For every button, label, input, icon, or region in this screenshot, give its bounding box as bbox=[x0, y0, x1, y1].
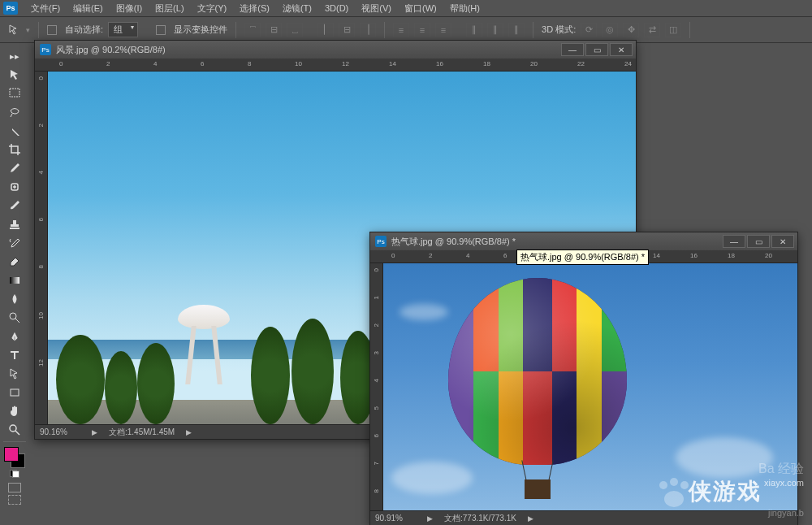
ruler-tick: 0 bbox=[391, 252, 395, 259]
ruler-tick: 2 bbox=[37, 124, 45, 127]
dist-left-icon[interactable]: ∥ bbox=[466, 23, 482, 37]
color-swatch[interactable] bbox=[4, 447, 25, 468]
hand-tool[interactable] bbox=[3, 402, 26, 420]
ruler-tick: 0 bbox=[59, 60, 63, 67]
ruler-tick: 6 bbox=[201, 60, 204, 67]
menu-type[interactable]: 文字(Y) bbox=[191, 1, 234, 16]
type-tool[interactable] bbox=[3, 346, 26, 364]
doc1-ruler-vertical[interactable]: 0 2 4 6 8 10 12 bbox=[35, 72, 48, 424]
menu-window[interactable]: 窗口(W) bbox=[398, 1, 443, 16]
doc2-ruler-vertical[interactable]: 0 1 2 3 4 5 6 7 8 bbox=[370, 263, 383, 510]
menu-layer[interactable]: 图层(L) bbox=[149, 1, 190, 16]
dodge-tool[interactable] bbox=[3, 309, 26, 327]
quickmask-icon[interactable] bbox=[8, 483, 21, 492]
ruler-tick: 7 bbox=[373, 462, 380, 465]
show-transform-label: 显示变换控件 bbox=[174, 24, 227, 36]
ruler-tick: 18 bbox=[728, 252, 735, 259]
wand-tool[interactable] bbox=[3, 122, 26, 140]
brush-tool[interactable] bbox=[3, 197, 26, 215]
menu-select[interactable]: 选择(S) bbox=[233, 1, 276, 16]
menu-filter[interactable]: 滤镜(T) bbox=[276, 1, 318, 16]
menu-3d[interactable]: 3D(D) bbox=[318, 2, 355, 15]
history-brush-tool[interactable] bbox=[3, 234, 26, 252]
collapse-handle[interactable]: ▸▸ bbox=[3, 47, 26, 65]
ruler-tick: 12 bbox=[342, 60, 349, 67]
align-left-icon[interactable]: ⎢ bbox=[317, 23, 334, 37]
ruler-tick: 6 bbox=[373, 434, 380, 437]
screenmode-icon[interactable] bbox=[8, 495, 21, 505]
stamp-tool[interactable] bbox=[3, 215, 26, 233]
ps-logo: Ps bbox=[3, 2, 18, 15]
ruler-tick: 3 bbox=[373, 351, 380, 354]
ruler-tick: 4 bbox=[373, 379, 380, 382]
align-hmid-icon[interactable]: ⊟ bbox=[339, 23, 355, 37]
move-tool[interactable] bbox=[3, 66, 26, 84]
menu-help[interactable]: 帮助(H) bbox=[443, 1, 486, 16]
play-icon[interactable]: ▶ bbox=[186, 428, 192, 436]
svg-point-3 bbox=[10, 313, 16, 319]
pen-tool[interactable] bbox=[3, 328, 26, 345]
align-vmid-icon[interactable]: ⊟ bbox=[266, 23, 282, 37]
eraser-tool[interactable] bbox=[3, 253, 26, 271]
play-icon[interactable]: ▶ bbox=[528, 514, 533, 523]
foreground-color[interactable] bbox=[4, 447, 19, 462]
auto-select-checkbox[interactable] bbox=[47, 25, 57, 35]
blur-tool[interactable] bbox=[3, 290, 26, 308]
dist-right-icon[interactable]: ∥ bbox=[508, 23, 525, 37]
close-button[interactable]: ✕ bbox=[610, 43, 633, 56]
default-colors-icon[interactable] bbox=[10, 470, 19, 478]
play-icon[interactable]: ▶ bbox=[92, 428, 97, 436]
3d-pan-icon[interactable]: ✥ bbox=[623, 23, 639, 37]
zoom-tool[interactable] bbox=[3, 421, 26, 439]
shape-tool[interactable] bbox=[3, 384, 26, 401]
dist-hmid-icon[interactable]: ∥ bbox=[487, 23, 503, 37]
heal-tool[interactable] bbox=[3, 178, 26, 196]
dist-bottom-icon[interactable]: ≡ bbox=[435, 23, 451, 37]
baidu-paw-icon bbox=[658, 478, 690, 507]
doc2-zoom[interactable]: 90.91% bbox=[375, 514, 416, 523]
align-top-icon[interactable]: ⎴ bbox=[244, 23, 261, 37]
ruler-tick: 16 bbox=[436, 60, 443, 67]
path-select-tool[interactable] bbox=[3, 365, 26, 383]
3d-orbit-icon[interactable]: ⟳ bbox=[581, 23, 597, 37]
ruler-tick: 8 bbox=[37, 265, 45, 268]
minimize-button[interactable]: — bbox=[561, 43, 584, 56]
align-right-icon[interactable]: ⎥ bbox=[360, 23, 376, 37]
doc2-docsize[interactable]: 文档:773.1K/773.1K bbox=[444, 513, 516, 524]
divider bbox=[235, 22, 236, 38]
lasso-tool[interactable] bbox=[3, 103, 26, 121]
close-button[interactable]: ✕ bbox=[771, 235, 794, 248]
gradient-tool[interactable] bbox=[3, 271, 26, 289]
ruler-tick: 4 bbox=[466, 252, 469, 259]
ruler-tick: 1 bbox=[373, 296, 380, 299]
play-icon[interactable]: ▶ bbox=[427, 514, 433, 523]
3d-scale-icon[interactable]: ◫ bbox=[665, 23, 681, 37]
ruler-tick: 8 bbox=[373, 489, 380, 492]
doc2-titlebar[interactable]: Ps 热气球.jpg @ 90.9%(RGB/8#) * — ▭ ✕ bbox=[370, 232, 797, 250]
crop-tool[interactable] bbox=[3, 141, 26, 158]
menu-image[interactable]: 图像(I) bbox=[110, 1, 149, 16]
ruler-tick: 6 bbox=[37, 218, 45, 221]
auto-select-label: 自动选择: bbox=[65, 24, 103, 36]
doc1-docsize[interactable]: 文档:1.45M/1.45M bbox=[109, 427, 175, 438]
menu-edit[interactable]: 编辑(E) bbox=[67, 1, 110, 16]
minimize-button[interactable]: — bbox=[723, 235, 745, 248]
3d-roll-icon[interactable]: ◎ bbox=[602, 23, 618, 37]
maximize-button[interactable]: ▭ bbox=[747, 235, 770, 248]
3d-slide-icon[interactable]: ⇄ bbox=[644, 23, 660, 37]
dist-top-icon[interactable]: ≡ bbox=[393, 23, 409, 37]
doc1-zoom[interactable]: 90.16% bbox=[40, 427, 80, 436]
doc1-ruler-horizontal[interactable]: 0 2 4 6 8 10 12 14 16 18 20 22 24 bbox=[35, 59, 636, 72]
marquee-tool[interactable] bbox=[3, 85, 26, 102]
auto-select-dropdown[interactable]: 组 bbox=[108, 22, 138, 37]
eyedropper-tool[interactable] bbox=[3, 159, 26, 177]
show-transform-checkbox[interactable] bbox=[156, 25, 166, 35]
svg-point-5 bbox=[10, 425, 16, 432]
maximize-button[interactable]: ▭ bbox=[585, 43, 608, 56]
doc1-titlebar[interactable]: Ps 风景.jpg @ 90.2%(RGB/8#) — ▭ ✕ bbox=[35, 41, 636, 59]
align-bottom-icon[interactable]: ⎵ bbox=[287, 23, 303, 37]
menu-view[interactable]: 视图(V) bbox=[355, 1, 398, 16]
menu-file[interactable]: 文件(F) bbox=[24, 1, 67, 16]
dist-vmid-icon[interactable]: ≡ bbox=[414, 23, 430, 37]
ruler-tick: 0 bbox=[37, 76, 45, 80]
